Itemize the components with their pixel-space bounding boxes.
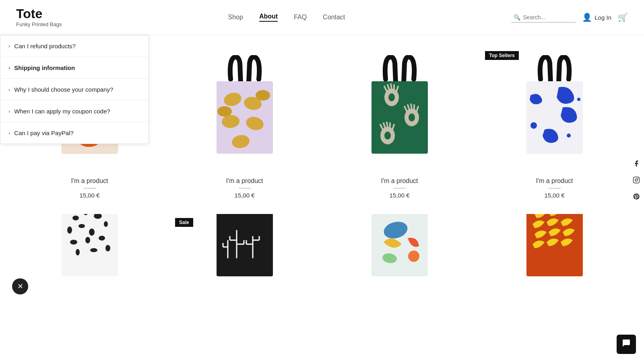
cart-icon[interactable]: 🛒 <box>618 12 628 22</box>
product-divider-1 <box>239 188 251 189</box>
svg-point-61 <box>90 248 97 252</box>
faq-question-0: Can I refund products? <box>14 43 76 49</box>
header-right: 🔍 👤 Log In 🛒 <box>511 12 628 23</box>
product-card-3[interactable]: Top Sellers I'm a product 15,00 € <box>481 47 628 202</box>
close-icon: ✕ <box>17 282 23 291</box>
svg-point-56 <box>104 221 108 227</box>
svg-point-31 <box>410 115 413 119</box>
svg-point-55 <box>89 228 95 236</box>
chevron-icon: › <box>8 108 10 114</box>
svg-point-46 <box>530 122 537 129</box>
product-divider-2 <box>394 188 406 189</box>
svg-point-47 <box>567 134 571 138</box>
nav-about[interactable]: About <box>259 13 278 22</box>
product-card-6[interactable] <box>326 214 473 294</box>
nav-contact[interactable]: Contact <box>323 14 345 21</box>
faq-question-4: Can I pay via PayPal? <box>14 130 74 136</box>
svg-point-62 <box>105 245 110 251</box>
chevron-icon: › <box>8 43 10 49</box>
main-nav: Shop About FAQ Contact <box>228 13 345 22</box>
faq-question-2: Why I should choose your company? <box>14 86 113 93</box>
search-box: 🔍 <box>511 12 576 23</box>
faq-dropdown: › Can I refund products? › Shipping info… <box>0 35 149 144</box>
svg-rect-63 <box>217 214 273 276</box>
product-price-1: 15,00 € <box>234 192 254 199</box>
faq-item-4[interactable]: › Can I pay via PayPal? <box>0 122 149 144</box>
pinterest-icon[interactable] <box>633 193 640 202</box>
product-card-1[interactable]: I'm a product 15,00 € <box>171 47 318 202</box>
product-divider-3 <box>549 188 561 189</box>
product-card-7[interactable] <box>481 214 628 294</box>
faq-item-2[interactable]: › Why I should choose your company? <box>0 79 149 101</box>
product-image-1 <box>200 55 289 172</box>
login-button[interactable]: 👤 Log In <box>582 12 611 22</box>
product-card-2[interactable]: I'm a product 15,00 € <box>326 47 473 202</box>
social-sidebar <box>629 155 644 207</box>
search-icon: 🔍 <box>514 14 520 21</box>
product-image-2 <box>355 55 444 172</box>
svg-line-34 <box>411 104 412 109</box>
product-image-5 <box>200 214 289 294</box>
faq-question-3: When I can apply my coupon code? <box>14 108 110 115</box>
close-button[interactable]: ✕ <box>12 278 28 294</box>
product-image-3 <box>510 55 599 172</box>
main-content: › Can I refund products? › Shipping info… <box>0 35 644 306</box>
facebook-icon[interactable] <box>633 160 640 169</box>
svg-point-23 <box>390 95 393 99</box>
svg-point-80 <box>408 251 419 262</box>
product-name-1: I'm a product <box>226 177 263 185</box>
login-label: Log In <box>594 14 611 21</box>
svg-point-1 <box>635 179 638 181</box>
svg-point-39 <box>386 134 389 138</box>
product-card-4[interactable] <box>16 214 163 294</box>
product-image-7 <box>510 214 599 294</box>
product-image-4 <box>45 214 134 294</box>
site-header: Tote Funky Printed Bags Shop About FAQ C… <box>0 0 644 35</box>
svg-line-42 <box>387 122 388 127</box>
nav-faq[interactable]: FAQ <box>294 14 307 21</box>
svg-point-60 <box>76 249 80 255</box>
product-divider-0 <box>84 188 96 189</box>
product-image-6 <box>355 214 444 294</box>
svg-point-19 <box>217 106 232 117</box>
svg-rect-49 <box>62 214 118 276</box>
svg-point-50 <box>72 216 79 220</box>
svg-point-54 <box>78 224 85 228</box>
svg-point-57 <box>70 240 77 245</box>
chevron-icon: › <box>8 65 10 71</box>
svg-point-18 <box>256 90 270 101</box>
chevron-icon: › <box>8 130 10 136</box>
svg-rect-0 <box>634 177 640 183</box>
brand-title: Tote <box>16 7 62 20</box>
brand-subtitle: Funky Printed Bags <box>16 21 62 27</box>
product-badge-5: Sale <box>175 218 193 227</box>
product-badge-3: Top Sellers <box>485 51 519 60</box>
product-price-2: 15,00 € <box>389 192 409 199</box>
faq-item-0[interactable]: › Can I refund products? <box>0 35 149 57</box>
faq-item-1[interactable]: › Shipping information <box>0 57 149 79</box>
product-name-2: I'm a product <box>381 177 418 185</box>
product-price-3: 15,00 € <box>544 192 564 199</box>
svg-point-59 <box>99 236 105 241</box>
product-price-0: 15,00 € <box>79 192 99 199</box>
chevron-icon: › <box>8 86 10 93</box>
product-name-0: I'm a product <box>71 177 108 185</box>
search-input[interactable] <box>523 14 571 21</box>
svg-rect-20 <box>372 81 428 154</box>
brand: Tote Funky Printed Bags <box>16 7 62 27</box>
product-card-5[interactable]: Sale <box>171 214 318 294</box>
product-name-3: I'm a product <box>536 177 573 185</box>
svg-point-58 <box>85 237 90 243</box>
svg-point-53 <box>67 226 72 234</box>
nav-shop[interactable]: Shop <box>228 14 243 21</box>
faq-question-1: Shipping information <box>14 64 75 71</box>
user-icon: 👤 <box>582 12 592 22</box>
faq-item-3[interactable]: › When I can apply my coupon code? <box>0 101 149 122</box>
svg-point-2 <box>638 178 638 179</box>
svg-point-48 <box>577 98 580 101</box>
svg-line-26 <box>391 84 392 89</box>
instagram-icon[interactable] <box>633 177 640 186</box>
